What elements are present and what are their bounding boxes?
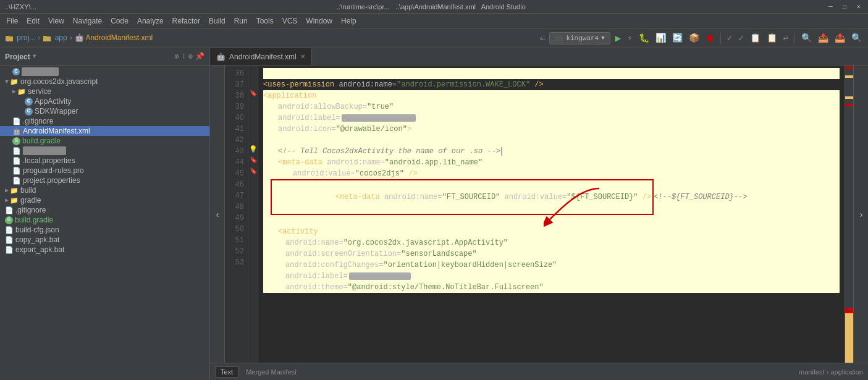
- sdk-button[interactable]: 📦: [688, 33, 701, 43]
- menu-vcs[interactable]: VCS: [279, 15, 301, 27]
- code-line: <meta-data android:name="android.app.lib…: [263, 157, 840, 168]
- sidebar-item-build-gradle-root[interactable]: G build.gradle: [0, 215, 209, 225]
- sidebar-item-build-cfg[interactable]: 📄 build-cfg.json: [0, 225, 209, 235]
- minimize-button[interactable]: —: [826, 2, 835, 11]
- sync-button[interactable]: 🔄: [671, 33, 684, 43]
- sidebar-header: Project ▼ ⚙ ↕ ⚙ 📌: [0, 48, 209, 65]
- pin-icon[interactable]: 📌: [195, 52, 204, 61]
- manifest-icon: 🤖: [12, 127, 21, 135]
- sidebar-item-label: ...: [22, 67, 59, 76]
- menu-help[interactable]: Help: [337, 15, 360, 27]
- stop-button[interactable]: ⏹: [704, 33, 715, 43]
- close-button[interactable]: ✕: [854, 2, 863, 11]
- code-editor[interactable]: 36 37 38 39 40 41 42 43 44 45 46 47 48 4…: [225, 65, 845, 363]
- sidebar-item-appactivity[interactable]: C AppActivity: [0, 96, 209, 106]
- profile-button[interactable]: 📊: [654, 33, 667, 43]
- sidebar-item-org[interactable]: ▼ 📁 org.cocos2dx.javascript: [0, 77, 209, 87]
- search-button[interactable]: 🔍: [800, 33, 813, 43]
- gear-icon[interactable]: ⚙: [174, 52, 179, 61]
- menu-file[interactable]: File: [2, 15, 22, 27]
- menu-code[interactable]: Code: [107, 15, 132, 27]
- breadcrumb-manifest[interactable]: 🤖 AndroidManifest.xml: [75, 33, 153, 42]
- breadcrumb-proj[interactable]: proj...: [5, 33, 35, 43]
- editor-tabs: 🤖 AndroidManifest.xml ✕: [210, 48, 868, 65]
- sidebar-dropdown-icon[interactable]: ▼: [33, 53, 36, 60]
- next-change-button[interactable]: ›: [854, 65, 868, 363]
- debug-button[interactable]: 🐛: [638, 33, 651, 43]
- sidebar-item-label: export_apk.bat: [15, 245, 64, 254]
- menu-edit[interactable]: Edit: [23, 15, 43, 27]
- sidebar: Project ▼ ⚙ ↕ ⚙ 📌 C ... ▼ 📁 org.cocos2dx…: [0, 48, 210, 380]
- settings2-icon[interactable]: ⚙: [188, 52, 193, 61]
- error-marker: [845, 308, 853, 313]
- upload2-button[interactable]: 📤: [833, 33, 846, 43]
- menu-tools[interactable]: Tools: [253, 15, 277, 27]
- sidebar-item-proguard[interactable]: 📄 proguard-rules.pro: [0, 166, 209, 175]
- line-numbers: 36 37 38 39 40 41 42 43 44 45 46 47 48 4…: [225, 65, 248, 363]
- code-line-error: <meta-data android:name="FT_SOURCEID" an…: [263, 179, 840, 215]
- sidebar-item-gitignore-inner[interactable]: 📄 .gitignore: [0, 116, 209, 126]
- upload1-button[interactable]: 📤: [817, 33, 830, 43]
- sidebar-item-build[interactable]: ▶ 📁 build: [0, 185, 209, 195]
- sidebar-item-androidmanifest[interactable]: 🤖 AndroidManifest.xml: [0, 126, 209, 136]
- breadcrumb-app[interactable]: app: [43, 33, 67, 43]
- find-button[interactable]: 🔍: [850, 33, 863, 43]
- sidebar-item-sdkwrapper[interactable]: C SDKWrapper: [0, 106, 209, 116]
- code-line: <uses-permission android:name="android.p…: [263, 79, 840, 90]
- copy2-button[interactable]: 📋: [765, 33, 778, 43]
- file-icon: 📄: [5, 246, 14, 254]
- list-item[interactable]: 📄 ...: [0, 146, 209, 156]
- undo-button[interactable]: ↩: [782, 33, 790, 43]
- sidebar-item-local-properties[interactable]: 📄 .local.properties: [0, 156, 209, 166]
- tab-merged-manifest[interactable]: Merged Manifest: [241, 367, 301, 377]
- menu-refactor[interactable]: Refactor: [169, 15, 204, 27]
- sidebar-item-label: .gitignore: [15, 206, 46, 214]
- sidebar-item-service[interactable]: ▶ 📁 service: [0, 87, 209, 96]
- sidebar-item-label: .gitignore: [23, 117, 53, 125]
- right-gutter: [845, 65, 853, 363]
- file-icon: 📄: [12, 167, 21, 175]
- gradle-icon: G: [5, 216, 13, 224]
- folder-icon: 📁: [10, 187, 19, 195]
- title-bar: ..\HZXY\... .:\runtime-src\pr... ..\app\…: [0, 0, 868, 14]
- svg-rect-2: [43, 36, 51, 41]
- tab-close-button[interactable]: ✕: [300, 53, 305, 60]
- menu-build[interactable]: Build: [205, 15, 229, 27]
- sidebar-item-label: copy_apk.bat: [15, 235, 59, 244]
- sidebar-item-gitignore-root[interactable]: 📄 .gitignore: [0, 205, 209, 215]
- java-icon: C: [12, 68, 20, 75]
- sync-icon[interactable]: ↕: [182, 52, 186, 61]
- menu-run[interactable]: Run: [230, 15, 251, 27]
- menu-window[interactable]: Window: [302, 15, 336, 27]
- list-item[interactable]: C ...: [0, 67, 209, 77]
- code-line: android:theme="@android:style/Theme.NoTi…: [263, 282, 840, 293]
- check2-button[interactable]: ✓: [737, 33, 744, 43]
- code-content[interactable]: <uses-permission android:name="android.p…: [258, 65, 845, 363]
- sidebar-item-copy-apk[interactable]: 📄 copy_apk.bat: [0, 235, 209, 245]
- maximize-button[interactable]: ☐: [840, 2, 849, 11]
- title-left: ..\HZXY\...: [5, 3, 36, 11]
- expand-icon: ▶: [5, 187, 9, 194]
- sidebar-item-project-properties[interactable]: 📄 project.properties: [0, 175, 209, 185]
- file-icon: 📄: [12, 157, 21, 165]
- sidebar-item-gradle[interactable]: ▶ 📁 gradle: [0, 195, 209, 205]
- tab-text[interactable]: Text: [215, 366, 238, 378]
- menu-view[interactable]: View: [44, 15, 68, 27]
- code-line: android:allowBackup="true": [263, 101, 840, 112]
- sidebar-item-build-gradle-module[interactable]: G build.gradle: [0, 136, 209, 146]
- flash-button[interactable]: ⚡: [626, 33, 633, 43]
- nav-arrows-left: ‹: [210, 65, 225, 363]
- copy1-button[interactable]: 📋: [749, 33, 762, 43]
- check1-button[interactable]: ✓: [726, 33, 733, 43]
- run-button[interactable]: ▶: [614, 32, 623, 44]
- prev-change-button[interactable]: ‹: [210, 65, 225, 363]
- menu-navigate[interactable]: Navigate: [69, 15, 106, 27]
- nav-back-button[interactable]: ⇐: [540, 32, 546, 44]
- sidebar-item-export-apk[interactable]: 📄 export_apk.bat: [0, 245, 209, 255]
- editor-area: 🤖 AndroidManifest.xml ✕ ‹ 36 37 38 39 40: [210, 48, 868, 380]
- tab-androidmanifest[interactable]: 🤖 AndroidManifest.xml ✕: [210, 48, 312, 65]
- java-icon: C: [25, 97, 33, 106]
- menu-analyze[interactable]: Analyze: [133, 15, 167, 27]
- file-icon: 📄: [12, 117, 21, 125]
- run-config-selector[interactable]: kingwar4 ▼: [549, 32, 610, 44]
